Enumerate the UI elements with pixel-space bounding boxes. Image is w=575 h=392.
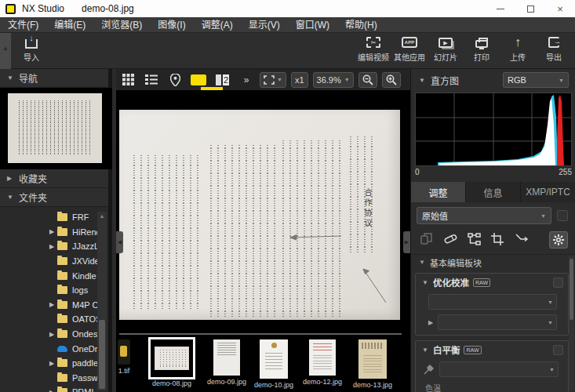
panel-tab[interactable]: XMP/IPTC: [521, 182, 575, 202]
picture-control-sub-select[interactable]: ▼: [438, 314, 557, 330]
minimize-button[interactable]: [486, 0, 515, 17]
expand-arrow-icon[interactable]: ▶: [49, 331, 57, 338]
zoom-out-button[interactable]: [358, 72, 377, 88]
navigation-section-header[interactable]: ▼ 导航: [0, 69, 108, 88]
folder-tree-item[interactable]: ▶ logs: [0, 283, 112, 298]
panel-scrollbar-thumb[interactable]: [570, 259, 573, 320]
folder-tree-item[interactable]: ▶ M4P C: [0, 298, 112, 313]
panel-tab[interactable]: 信息: [466, 182, 521, 202]
folder-tree-item[interactable]: ▶ OATOS: [0, 312, 112, 327]
chevron-right-icon[interactable]: ▶: [428, 319, 433, 326]
white-balance-header[interactable]: ▼ 白平衡 RAW: [416, 341, 568, 358]
eyedropper-icon[interactable]: [424, 364, 435, 375]
folder-scrollbar-thumb[interactable]: [99, 320, 105, 389]
expand-arrow-icon[interactable]: ▶: [49, 360, 57, 367]
map-pin-icon: [170, 74, 180, 86]
folder-tree-item[interactable]: ▶ JXVide: [0, 254, 112, 269]
map-view-button[interactable]: [165, 71, 185, 89]
picture-control-select[interactable]: ▼: [428, 294, 557, 310]
expand-arrow-icon[interactable]: ▶: [49, 301, 57, 308]
preset-checkbox[interactable]: [557, 210, 568, 221]
histogram-channel-select[interactable]: RGB ▼: [503, 72, 569, 88]
toolbar-action-button[interactable]: ↑ 上传: [500, 35, 535, 67]
folder-tree-item[interactable]: ▶ JJazzLa: [0, 239, 112, 254]
fit-to-screen-button[interactable]: ▼: [260, 72, 286, 88]
more-tools-chevron[interactable]: »: [235, 71, 256, 89]
toolbar-action-button[interactable]: 打印: [464, 35, 499, 67]
rightpanel-collapse-handle[interactable]: ▶: [403, 231, 410, 253]
folder-tree-item[interactable]: ▶ PRML: [0, 385, 112, 392]
zoom-1to1-button[interactable]: x1: [291, 72, 308, 88]
menu-item[interactable]: 调整(A): [194, 17, 241, 33]
copy-adjustments-icon[interactable]: [420, 233, 433, 245]
white-balance-checkbox[interactable]: [553, 345, 563, 355]
folder-icon: [57, 330, 67, 338]
adjustment-preset-select[interactable]: 原始值 ▼: [417, 207, 551, 224]
settings-button[interactable]: [549, 231, 568, 249]
filmstrip-thumbnail[interactable]: demo-13.jpg: [353, 339, 392, 389]
picture-control-checkbox[interactable]: [553, 278, 563, 288]
basic-edit-section-header[interactable]: ▼ 基本编辑板块: [411, 254, 575, 270]
folder-tree-item[interactable]: ▶ Ondes: [0, 327, 112, 342]
filmstrip-thumbnail[interactable]: 1.tif: [118, 339, 130, 375]
toolbar-action-button[interactable]: ✂ 编辑视频: [356, 35, 391, 67]
menu-item[interactable]: 图像(I): [150, 17, 193, 33]
close-button[interactable]: ×: [545, 0, 575, 17]
expand-arrow-icon[interactable]: ▶: [49, 243, 57, 250]
compare-view-button[interactable]: 2: [212, 71, 232, 89]
image-canvas[interactable]: 合作协议 ◀ ▶: [116, 90, 410, 333]
panel-tab[interactable]: 调整: [411, 182, 466, 202]
folder-tree-item[interactable]: ▶ HiRend: [0, 225, 112, 240]
filmstrip-thumbnail[interactable]: demo-08.jpg: [151, 339, 193, 387]
menu-item[interactable]: 显示(V): [241, 17, 288, 33]
straighten-icon[interactable]: [515, 233, 529, 244]
maximize-button[interactable]: [515, 0, 545, 17]
menu-item[interactable]: 浏览器(B): [93, 17, 150, 33]
folder-tree-item[interactable]: ▶ OneDr: [0, 341, 112, 356]
thumbnail-filename: demo-09.jpg: [207, 378, 246, 386]
folder-tree-item[interactable]: ▶ Kindle: [0, 268, 112, 283]
filmstrip-thumbnail[interactable]: demo-10.jpg: [254, 339, 293, 389]
thumbnail-image[interactable]: [358, 339, 387, 379]
favorites-section-header[interactable]: ▶ 收藏夹: [0, 169, 108, 188]
white-balance-section: ▼ 白平衡 RAW ▼ 色温 2500K 10000K 0 ▲▼: [415, 340, 569, 392]
thumbnail-grid-view-button[interactable]: [118, 71, 138, 89]
toolbar-action-button[interactable]: 导出: [537, 35, 571, 67]
zoom-in-button[interactable]: [382, 72, 401, 88]
menu-item[interactable]: 编辑(E): [46, 17, 93, 33]
expand-arrow-icon[interactable]: ▶: [49, 389, 57, 392]
version-tree-icon[interactable]: [468, 233, 481, 245]
white-balance-select[interactable]: ▼: [439, 361, 559, 377]
menu-item[interactable]: 窗口(W): [288, 17, 337, 33]
picture-control-header[interactable]: ▼ 优化校准 RAW: [416, 274, 568, 291]
folder-tree-item[interactable]: ▶ Passw: [0, 371, 112, 386]
image-view-button[interactable]: [188, 71, 209, 89]
retouch-brush-icon[interactable]: [444, 233, 457, 245]
toolbar-action-button[interactable]: APP 其他应用: [392, 35, 427, 67]
filmstrip-thumbnail[interactable]: demo-09.jpg: [207, 339, 246, 386]
sidebar-collapse-handle[interactable]: ◀: [116, 231, 123, 253]
crop-icon[interactable]: [491, 233, 504, 245]
zoom-level-value: 36.9%: [317, 75, 341, 85]
thumbnail-image[interactable]: [213, 339, 240, 376]
menu-item[interactable]: 文件(F): [0, 17, 46, 33]
menu-item[interactable]: 帮助(H): [337, 17, 385, 33]
filmstrip-thumbnail[interactable]: demo-12.jpg: [303, 339, 342, 386]
scroll-up-icon[interactable]: ▲: [97, 213, 107, 219]
toolbar-action-button[interactable]: ▶ 幻灯片: [428, 35, 463, 67]
import-button[interactable]: ↓ 导入: [14, 35, 49, 67]
toolbar-collapse-handle[interactable]: ▲: [0, 33, 11, 69]
folder-scrollbar[interactable]: ▲: [97, 212, 107, 390]
folders-section-header[interactable]: ▼ 文件夹: [0, 188, 108, 207]
thumbnail-image[interactable]: [309, 339, 336, 376]
navigation-preview[interactable]: [0, 88, 112, 169]
thumbnail-image[interactable]: [151, 339, 193, 377]
folder-tree-item[interactable]: ▶ paddle: [0, 356, 112, 371]
thumbnail-image[interactable]: [260, 339, 288, 379]
panel-scrollbar[interactable]: [569, 256, 574, 390]
expand-arrow-icon[interactable]: ▶: [49, 228, 57, 235]
list-view-button[interactable]: [141, 71, 162, 89]
folder-tree-item[interactable]: ▶ FRF: [0, 210, 112, 225]
thumbnail-image[interactable]: [118, 339, 130, 365]
zoom-level-select[interactable]: 36.9% ▼: [313, 72, 354, 88]
